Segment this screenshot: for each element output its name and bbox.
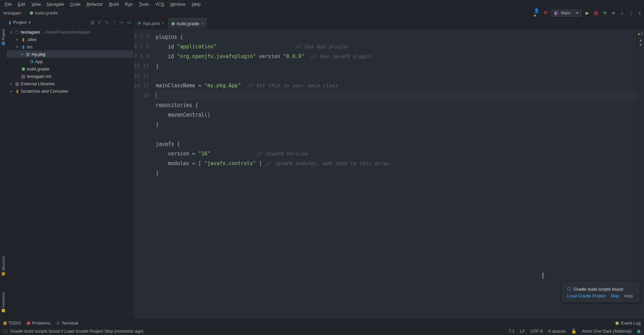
menu-edit[interactable]: Edit: [15, 1, 28, 7]
close-icon[interactable]: ×: [162, 21, 164, 26]
line-numbers: 1 2 3 4 5 6 7 8 9 10 11 12 13 14 15 16: [134, 29, 153, 319]
notif-action-help[interactable]: Help: [624, 293, 633, 298]
close-icon[interactable]: ×: [201, 21, 204, 26]
folder-icon: ▮: [9, 20, 11, 25]
file-encoding[interactable]: UTF-8: [531, 329, 543, 334]
menu-navigate[interactable]: Navigate: [44, 1, 66, 7]
theme-indicator[interactable]: Atom One Dark (Material): [582, 329, 632, 334]
expand-all-icon[interactable]: ⤢: [98, 20, 101, 25]
code-editor[interactable]: plugins { id "application" // Use App pl…: [153, 29, 637, 319]
toolwin-terminal[interactable]: Terminal: [56, 321, 78, 326]
readonly-toggle-icon[interactable]: 🔓: [571, 329, 577, 334]
warning-indicator[interactable]: ▲1: [637, 32, 643, 36]
notif-action-skip[interactable]: Skip: [611, 293, 619, 298]
status-message[interactable]: Gradle build scripts found // Load Gradl…: [10, 329, 143, 334]
stop-button[interactable]: ■: [610, 10, 616, 16]
tab-label: build.gradle: [177, 21, 199, 26]
module-icon: ▢: [15, 30, 19, 34]
run-config-name: Main: [561, 10, 570, 15]
update-running-icon[interactable]: ⤓: [637, 10, 643, 16]
tree-ext-libs[interactable]: ▸ ▥ External Libraries: [7, 80, 133, 87]
run-with-coverage-button[interactable]: ⟳: [602, 10, 608, 16]
search-everywhere-button[interactable]: ⌕: [619, 10, 625, 16]
editor-area: ◔ App.java × ⬣ build.gradle × 1 2 3 4 5 …: [134, 18, 644, 319]
nav-up-icon[interactable]: ▲: [639, 38, 642, 42]
menu-window[interactable]: Window: [168, 1, 188, 7]
breadcrumb[interactable]: testagain 〉 ⬣ build.gradle 〉: [3, 10, 64, 16]
info-icon: ⓘ: [567, 286, 571, 292]
run-config-icon: ◧: [554, 10, 558, 15]
menu-run[interactable]: Run: [122, 1, 136, 7]
chevron-right-icon: 〉: [23, 10, 28, 16]
line-separator[interactable]: LF: [520, 329, 525, 334]
tree-scratches[interactable]: ▸ ▮ Scratches and Consoles: [7, 87, 133, 95]
nav-down-icon[interactable]: ▼: [639, 43, 642, 47]
debug-button[interactable]: 🐞: [593, 10, 599, 16]
tree-package[interactable]: ▾ ▦ my.pkg: [7, 50, 133, 58]
caret-position[interactable]: 7:1: [509, 329, 515, 334]
menu-refactor[interactable]: Refactor: [84, 1, 106, 7]
hide-icon[interactable]: ▭: [127, 20, 131, 25]
project-header: ▮ Project ▾ ◎ ⤢ ⤡ ⋮ — ▭: [7, 18, 133, 27]
menu-help[interactable]: Help: [189, 1, 203, 7]
tree-idea[interactable]: ▸ ▮ .idea: [7, 36, 133, 43]
build-icon[interactable]: ⚒: [543, 10, 549, 16]
toolwin-favorites[interactable]: Favorites: [1, 292, 5, 312]
breadcrumb-project[interactable]: testagain: [3, 10, 21, 15]
editor-tabs: ◔ App.java × ⬣ build.gradle ×: [134, 18, 644, 29]
package-icon: ▦: [26, 52, 30, 56]
menu-view[interactable]: View: [29, 1, 43, 7]
tree-src[interactable]: ▾ ▮ src: [7, 43, 133, 50]
gradle-icon: ⬣: [30, 10, 33, 15]
notif-action-load[interactable]: Load Gradle Project: [567, 293, 606, 298]
collapse-all-icon[interactable]: ⤡: [105, 20, 108, 25]
locate-icon[interactable]: ◎: [91, 20, 94, 25]
tab-label: App.java: [143, 21, 160, 26]
project-tool-window: ▮ Project ▾ ◎ ⤢ ⤡ ⋮ — ▭ ▾ ▢ testagain ~/…: [7, 18, 134, 319]
editor-body[interactable]: 1 2 3 4 5 6 7 8 9 10 11 12 13 14 15 16 p…: [134, 29, 644, 319]
toolwin-todo[interactable]: TODO: [3, 321, 21, 326]
main-area: Project Structure Favorites ▮ Project ▾ …: [0, 18, 644, 319]
project-tree[interactable]: ▾ ▢ testagain ~/IdeaProjects/testagain ▸…: [7, 27, 133, 319]
event-log-icon: [615, 322, 619, 325]
toolwindows-quickaccess-icon[interactable]: ▢: [3, 329, 7, 334]
inspection-strip[interactable]: ▲1 ▲ ▼: [637, 29, 644, 319]
memory-indicator-icon[interactable]: ◉: [637, 329, 641, 334]
tab-build-gradle[interactable]: ⬣ build.gradle ×: [168, 18, 208, 29]
navigation-bar: testagain 〉 ⬣ build.gradle 〉 👤▾ ⚒ ◧ Main…: [0, 8, 644, 18]
menu-code[interactable]: Code: [67, 1, 83, 7]
tree-class[interactable]: ◔ App: [7, 58, 133, 65]
gradle-icon: ⬣: [21, 66, 26, 71]
tree-build-gradle[interactable]: ⬣ build.gradle: [7, 65, 133, 73]
project-title[interactable]: Project: [13, 20, 27, 25]
bottom-tool-strip: TODO Problems Terminal Event Log: [0, 319, 644, 327]
chevron-down-icon[interactable]: ▾: [29, 20, 31, 25]
settings-icon[interactable]: ⋮: [112, 20, 116, 25]
notification-title: Gradle build scripts found: [573, 287, 623, 292]
menu-tools[interactable]: Tools: [136, 1, 152, 7]
indent-setting[interactable]: 4 spaces: [548, 329, 566, 334]
toolwin-project[interactable]: Project: [1, 29, 5, 45]
class-icon: ◔: [29, 59, 34, 64]
run-button[interactable]: ▶: [584, 10, 590, 16]
toolwin-eventlog[interactable]: Event Log: [621, 321, 641, 326]
minimize-icon[interactable]: —: [120, 20, 124, 25]
notification-popup: ⓘ Gradle build scripts found Load Gradle…: [562, 282, 639, 302]
toolwin-structure[interactable]: Structure: [1, 256, 5, 276]
tree-root[interactable]: ▾ ▢ testagain ~/IdeaProjects/testagain: [7, 28, 133, 36]
status-bar: ▢ Gradle build scripts found // Load Gra…: [0, 327, 644, 335]
java-class-icon: ◔: [137, 21, 141, 26]
tree-iml[interactable]: ▤ testagain.iml: [7, 73, 133, 80]
menu-bar: File Edit View Navigate Code Refactor Bu…: [0, 0, 644, 8]
menu-build[interactable]: Build: [106, 1, 122, 7]
breadcrumb-file[interactable]: build.gradle: [35, 10, 58, 15]
run-config-selector[interactable]: ◧ Main ▾: [551, 9, 582, 17]
tab-app-java[interactable]: ◔ App.java ×: [134, 18, 168, 29]
ide-settings-icon[interactable]: ⋮: [628, 10, 634, 16]
chevron-down-icon: ▾: [576, 10, 579, 15]
code-with-me-icon[interactable]: 👤▾: [534, 10, 540, 16]
menu-file[interactable]: File: [2, 1, 14, 7]
toolwin-problems[interactable]: Problems: [27, 321, 50, 326]
menu-vcs[interactable]: VCS: [152, 1, 167, 7]
chevron-right-icon: 〉: [60, 10, 64, 16]
